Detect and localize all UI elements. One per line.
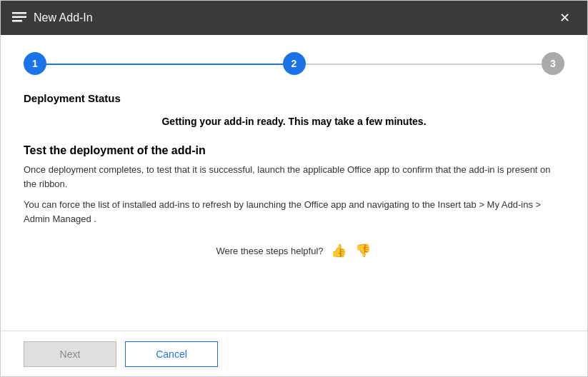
- step-2: 2: [283, 52, 306, 75]
- stepper: 1 2 3: [24, 52, 564, 75]
- loading-message: Getting your add-in ready. This may take…: [24, 116, 564, 127]
- thumbs-up-button[interactable]: 👍: [329, 241, 348, 260]
- test-paragraph-1: Once deployment completes, to test that …: [24, 163, 564, 191]
- thumbs-down-button[interactable]: 👎: [354, 241, 372, 260]
- menu-icon: [12, 12, 26, 24]
- step-1: 1: [24, 52, 46, 75]
- close-button[interactable]: ✕: [553, 6, 576, 29]
- svg-rect-0: [12, 12, 26, 14]
- new-addin-dialog: New Add-In ✕ 1 2 3 Deployment S: [0, 0, 588, 377]
- dialog-footer: Next Cancel: [1, 331, 587, 376]
- section-title: Deployment Status: [24, 92, 564, 104]
- header-left: New Add-In: [12, 11, 93, 24]
- dialog-body: 1 2 3 Deployment Status Getting your add…: [1, 35, 587, 331]
- test-paragraph-2: You can force the list of installed add-…: [24, 198, 564, 226]
- next-button[interactable]: Next: [24, 341, 116, 367]
- dialog-header: New Add-In ✕: [1, 1, 587, 35]
- step-3: 3: [542, 52, 564, 75]
- thumbs-up-icon: 👍: [331, 243, 347, 258]
- feedback-label: Were these steps helpful?: [216, 246, 323, 256]
- feedback-row: Were these steps helpful? 👍 👎: [24, 241, 564, 260]
- svg-rect-1: [12, 16, 26, 19]
- cancel-button[interactable]: Cancel: [125, 341, 218, 367]
- thumbs-down-icon: 👎: [355, 243, 371, 258]
- test-section-title: Test the deployment of the add-in: [24, 144, 564, 157]
- stepper-steps: 1 2 3: [24, 52, 564, 75]
- svg-rect-2: [12, 20, 22, 22]
- dialog-title: New Add-In: [34, 11, 93, 24]
